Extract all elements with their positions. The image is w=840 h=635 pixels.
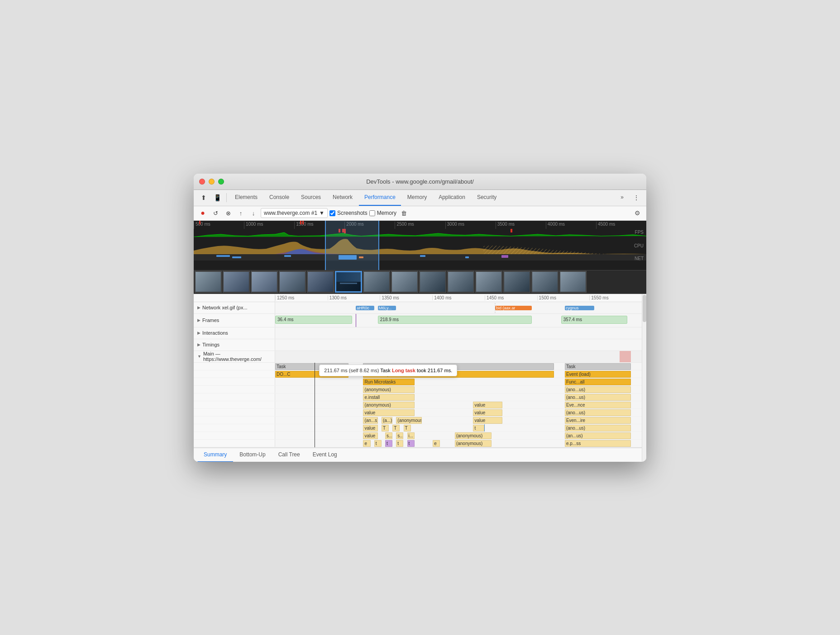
reload-button[interactable]: ↺ <box>210 208 221 218</box>
flame-row-2-label <box>194 378 275 385</box>
screenshot-11[interactable] <box>475 271 502 293</box>
tab-summary[interactable]: Summary <box>197 448 233 462</box>
memory-label: Memory <box>377 210 396 216</box>
task-block-t-8: t <box>473 425 484 431</box>
tab-application[interactable]: Application <box>433 190 471 206</box>
flame-row-4: e.install (ano...us) <box>194 393 642 401</box>
flame-row-4-content: e.install (ano...us) <box>275 393 642 401</box>
flame-row-3: (anonymous) (ano...us) <box>194 386 642 393</box>
device-toolbar-icon[interactable]: 📱 <box>211 191 224 204</box>
interactions-expand-arrow[interactable]: ▶ <box>197 331 200 335</box>
screenshots-label: Screenshots <box>337 210 368 216</box>
interactions-track-content <box>275 327 642 339</box>
flame-row-10-label <box>194 440 275 447</box>
tab-call-tree[interactable]: Call Tree <box>272 448 306 462</box>
devtools-menu-icon[interactable]: ⋮ <box>630 191 643 204</box>
devtools-nav: ⬆ 📱 Elements Console Sources Network Per… <box>194 190 646 206</box>
screenshot-7[interactable] <box>363 271 390 293</box>
screenshot-1[interactable] <box>195 271 222 293</box>
overview-selection[interactable] <box>325 221 379 270</box>
delete-profile-button[interactable]: 🗑 <box>398 208 409 218</box>
tab-memory[interactable]: Memory <box>402 190 432 206</box>
close-button[interactable] <box>199 179 205 185</box>
url-selector[interactable]: www.theverge.com #1 ▼ <box>261 208 328 218</box>
network-track-content: aHR0c M6Ly... bid (aax.ar cygnus <box>275 302 642 313</box>
download-button[interactable]: ↓ <box>248 208 259 218</box>
flame-row-9-label <box>194 432 275 439</box>
long-task-indicator <box>620 351 630 362</box>
network-bar-cygnus: cygnus <box>565 306 594 310</box>
task-block-t-10b-purple: t <box>385 440 392 447</box>
time-ruler-1550: 1550 ms <box>589 295 642 300</box>
main-track-header-row: ▼ Main — https://www.theverge.com/ <box>194 351 642 363</box>
frame-purple-line <box>356 314 356 327</box>
main-expand-arrow[interactable]: ▼ <box>197 354 201 359</box>
timings-track-name: Timings <box>202 342 220 347</box>
tab-sources[interactable]: Sources <box>296 190 326 206</box>
screenshots-strip <box>194 270 646 294</box>
svg-rect-6 <box>216 255 230 257</box>
main-track-label[interactable]: ▼ Main — https://www.theverge.com/ <box>194 351 275 362</box>
settings-button[interactable]: ⚙ <box>632 208 643 218</box>
frames-expand-arrow[interactable]: ▶ <box>197 318 200 322</box>
memory-checkbox-label[interactable]: Memory <box>369 210 396 216</box>
screenshot-8[interactable] <box>391 271 418 293</box>
record-button[interactable]: ● <box>197 208 208 218</box>
nav-separator <box>226 193 227 202</box>
clear-button[interactable]: ⊗ <box>223 208 234 218</box>
flame-row-0-label <box>194 363 275 370</box>
task-block-e-10b: e <box>433 440 440 447</box>
screenshot-6-active[interactable] <box>335 271 362 293</box>
task-block-einstall: e.install <box>363 394 414 401</box>
screenshots-checkbox[interactable] <box>329 210 335 216</box>
screenshot-10[interactable] <box>447 271 474 293</box>
tab-network[interactable]: Network <box>327 190 358 206</box>
titlebar: DevTools - www.google.com/gmail/about/ <box>194 174 646 190</box>
network-expand-arrow[interactable]: ▶ <box>197 305 200 310</box>
timeline-overview[interactable]: 500 ms 1000 ms 1500 ms 2000 ms 2500 ms 3… <box>194 221 646 270</box>
fps-label: FPS <box>635 230 644 235</box>
tab-security[interactable]: Security <box>472 190 502 206</box>
tab-elements[interactable]: Elements <box>229 190 263 206</box>
task-block-value-8: value <box>363 425 377 431</box>
interactions-track-label[interactable]: ▶ Interactions <box>194 327 275 339</box>
upload-button[interactable]: ↑ <box>235 208 246 218</box>
ruler-mark-3500: 3500 ms <box>496 222 546 229</box>
network-track-label[interactable]: ▶ Network xel.gif (px... <box>194 302 275 313</box>
blue-line-8 <box>484 424 485 431</box>
task-block-anon-5: (anonymous) <box>363 402 414 408</box>
timings-expand-arrow[interactable]: ▶ <box>197 342 200 347</box>
screenshot-4[interactable] <box>279 271 306 293</box>
tab-performance[interactable]: Performance <box>359 190 401 206</box>
fps-wave <box>194 229 646 237</box>
ruler-mark-1000: 1000 ms <box>244 222 294 229</box>
screenshot-12[interactable] <box>503 271 530 293</box>
tab-console[interactable]: Console <box>264 190 295 206</box>
tab-event-log[interactable]: Event Log <box>306 448 344 462</box>
screenshot-9[interactable] <box>419 271 446 293</box>
task-block-0-2: Task <box>565 363 631 370</box>
screenshot-2[interactable] <box>223 271 250 293</box>
screenshots-checkbox-label[interactable]: Screenshots <box>329 210 368 216</box>
traffic-lights <box>199 179 224 185</box>
time-ruler-1400: 1400 ms <box>432 295 485 300</box>
tab-bottom-up[interactable]: Bottom-Up <box>233 448 272 462</box>
screenshot-13[interactable] <box>531 271 558 293</box>
screenshot-5[interactable] <box>307 271 334 293</box>
scrollbar-thumb[interactable] <box>643 295 646 322</box>
cursor-icon[interactable]: ⬆ <box>197 191 210 204</box>
screenshot-14[interactable] <box>559 271 587 293</box>
network-bar-M6Ly: M6Ly... <box>378 306 396 310</box>
vertical-scrollbar[interactable] <box>642 294 646 462</box>
timings-track-label[interactable]: ▶ Timings <box>194 339 275 351</box>
frames-track-label[interactable]: ▶ Frames <box>194 314 275 327</box>
timeline-main-area: 1250 ms 1300 ms 1350 ms 1400 ms 1450 ms … <box>194 294 646 462</box>
maximize-button[interactable] <box>218 179 224 185</box>
task-block-anous-3: (ano...us) <box>565 386 631 393</box>
task-block-T-8a: T <box>382 425 389 431</box>
more-tabs-button[interactable]: » <box>615 190 629 206</box>
svg-rect-7 <box>232 256 241 258</box>
minimize-button[interactable] <box>209 179 215 185</box>
screenshot-3[interactable] <box>251 271 278 293</box>
memory-checkbox[interactable] <box>369 210 375 216</box>
